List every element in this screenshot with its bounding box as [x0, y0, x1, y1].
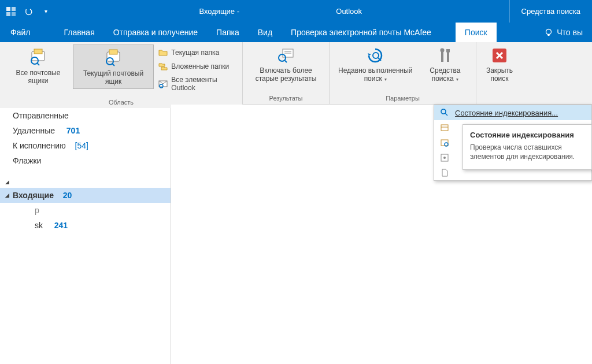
title-prefix: Входящие -: [199, 7, 241, 16]
current-mailbox-button[interactable]: Текущий почтовый ящик: [73, 44, 154, 89]
svg-rect-29: [441, 125, 448, 131]
tab-mcafee[interactable]: Проверка электронной почты McAfee: [282, 23, 441, 42]
svg-rect-3: [12, 12, 16, 16]
svg-rect-5: [548, 34, 550, 36]
qat-customize-icon[interactable]: ▾: [39, 5, 52, 18]
folder-pane: Отправленные Удаленные 701 К исполнению …: [0, 105, 171, 364]
tools-icon: [436, 47, 454, 64]
chevron-down-icon: ▾: [383, 77, 387, 82]
svg-rect-0: [6, 7, 10, 11]
outlook-items-icon: [158, 79, 168, 88]
doc-icon: [440, 168, 449, 177]
current-folder-button[interactable]: Текущая папка: [156, 47, 236, 58]
folder-icon: [158, 48, 168, 57]
advanced-find-icon: [440, 138, 449, 147]
folder-followup[interactable]: К исполнению [54]: [0, 138, 171, 153]
title-bar: ▾ Входящие - Outlook Средства поиска: [0, 0, 592, 23]
svg-rect-1: [12, 7, 16, 11]
svg-rect-11: [109, 50, 117, 54]
account-header[interactable]: ◢: [0, 176, 171, 188]
svg-point-21: [373, 53, 379, 58]
svg-point-25: [440, 49, 444, 53]
tab-view[interactable]: Вид: [249, 23, 282, 42]
tab-folder[interactable]: Папка: [207, 23, 249, 42]
tab-search[interactable]: Поиск: [456, 23, 497, 42]
svg-point-4: [546, 29, 552, 35]
group-results-label: Результаты: [243, 94, 329, 104]
all-outlook-items-button[interactable]: Все элементы Outlook: [156, 75, 236, 93]
locations-icon: [440, 123, 449, 132]
ribbon: Все почтовые ящики Текущий почтовый ящик…: [0, 42, 592, 105]
folder-flags[interactable]: Флажки: [0, 153, 171, 168]
title-suffix: Outlook: [336, 7, 362, 16]
current-mailbox-icon: [103, 47, 123, 67]
close-search-button[interactable]: Закрыть поиск: [480, 44, 519, 86]
recent-searches-button[interactable]: Недавно выполненный поиск ▾: [333, 44, 418, 86]
older-results-icon: [277, 47, 295, 64]
search-tools-button[interactable]: Средства поиска ▾: [418, 44, 472, 86]
svg-rect-2: [6, 12, 10, 16]
subfolders-button[interactable]: Вложенные папки: [156, 61, 236, 72]
include-older-button[interactable]: Включать более старые результаты: [246, 44, 325, 86]
chevron-down-icon: ▾: [455, 77, 458, 82]
recent-search-icon: [365, 47, 385, 64]
tooltip-indexing-status: Состояние индексирования Проверка числа …: [462, 124, 592, 170]
folder-sub-sk[interactable]: sk 241: [0, 218, 171, 233]
app-icon: [5, 5, 17, 18]
search-options-icon: [440, 153, 449, 162]
tab-send-receive[interactable]: Отправка и получение: [104, 23, 207, 42]
collapse-icon: ◢: [3, 179, 10, 185]
menu-indexing-status[interactable]: Состояние индексирования...: [434, 105, 591, 120]
ribbon-tabs: Файл Главная Отправка и получение Папка …: [0, 23, 592, 42]
folder-deleted[interactable]: Удаленные 701: [0, 123, 171, 138]
svg-line-13: [112, 64, 114, 66]
close-icon: [491, 47, 508, 64]
svg-point-34: [443, 157, 446, 159]
svg-line-28: [445, 113, 447, 116]
subfolders-icon: [158, 62, 168, 71]
group-options-label: Параметры: [330, 94, 476, 104]
all-mailboxes-button[interactable]: Все почтовые ящики: [3, 44, 73, 88]
svg-rect-7: [34, 49, 42, 54]
tell-me[interactable]: Что вы: [535, 23, 592, 42]
tab-file[interactable]: Файл: [0, 23, 40, 42]
tab-home[interactable]: Главная: [54, 23, 103, 42]
folder-sub-1[interactable]: р: [0, 203, 171, 218]
search-status-icon: [440, 108, 449, 117]
mailbox-search-icon: [28, 47, 48, 66]
tooltip-title: Состояние индексирования: [470, 131, 584, 139]
folder-sent[interactable]: Отправленные: [0, 108, 171, 123]
undo-icon[interactable]: [22, 5, 35, 18]
svg-line-20: [284, 60, 287, 62]
folder-inbox[interactable]: ◢Входящие 20: [0, 188, 171, 203]
svg-line-9: [37, 63, 39, 65]
svg-point-27: [441, 109, 446, 114]
contextual-tab-label: Средства поиска: [509, 0, 592, 23]
collapse-icon: ◢: [3, 192, 10, 198]
lightbulb-icon: [544, 28, 553, 37]
tooltip-body: Проверка числа оставшихся элементов для …: [470, 143, 584, 161]
